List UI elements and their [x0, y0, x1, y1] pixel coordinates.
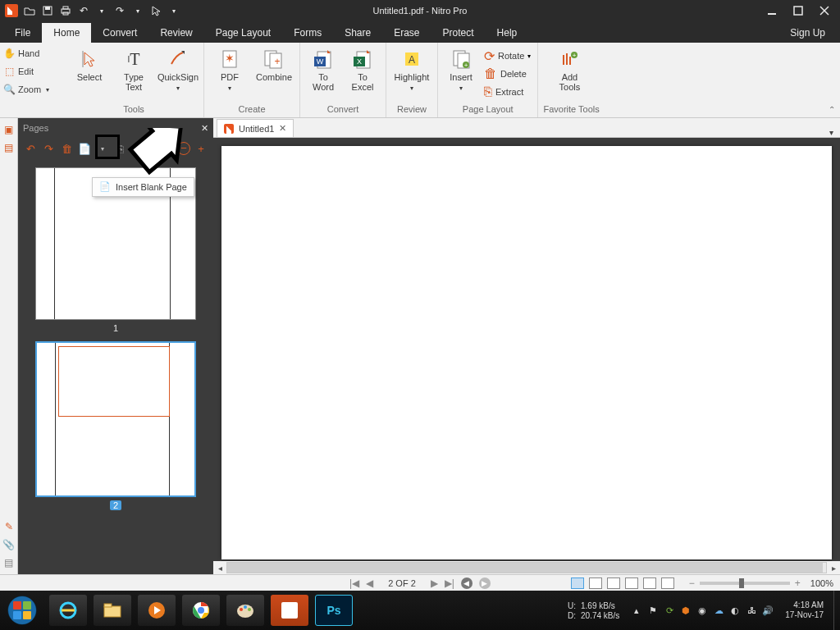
show-desktop-button[interactable]	[833, 591, 840, 630]
delete-page-icon[interactable]: 🗑	[59, 141, 74, 156]
tray-flag-icon[interactable]: ⚑	[647, 605, 659, 616]
redo-menu-icon[interactable]: ▾	[131, 4, 144, 17]
attach-rail-icon[interactable]: 📎	[2, 538, 16, 551]
view-facing-cont-icon[interactable]	[625, 578, 638, 589]
doc-tab-close[interactable]: ✕	[279, 123, 286, 134]
nav-back-icon[interactable]: ◀	[461, 578, 472, 589]
chrome-icon[interactable]	[182, 595, 220, 626]
tray-cloud-icon[interactable]: ☁	[713, 605, 724, 616]
sign-rail-icon[interactable]: ✎	[2, 520, 16, 533]
zoom-tool[interactable]: 🔍Zoom▾	[3, 82, 61, 97]
zoom-out-thumbs-icon[interactable]: −	[177, 142, 190, 155]
view-single-icon[interactable]	[571, 578, 584, 589]
tab-help[interactable]: Help	[486, 23, 529, 43]
insert-button[interactable]: +Insert▾	[443, 44, 479, 94]
pages-rail-icon[interactable]: ▣	[2, 123, 16, 136]
tab-protect[interactable]: Protect	[431, 23, 486, 43]
mediaplayer-icon[interactable]	[138, 595, 176, 626]
to-excel-button[interactable]: XTo Excel	[345, 44, 381, 92]
insert-page-icon[interactable]: 📄	[77, 141, 92, 156]
document-viewport[interactable]	[213, 138, 840, 561]
tray-chrome-icon[interactable]: ◐	[729, 605, 741, 616]
tab-signup[interactable]: Sign Up	[778, 23, 837, 43]
tab-erase[interactable]: Erase	[382, 23, 431, 43]
view-continuous-icon[interactable]	[589, 578, 602, 589]
tray-overflow-icon[interactable]: ▴	[631, 605, 642, 616]
photoshop-icon[interactable]: Ps	[315, 595, 353, 626]
tray-volume-icon[interactable]: 🔊	[762, 605, 774, 616]
tab-file[interactable]: File	[3, 23, 42, 43]
save-icon[interactable]	[41, 4, 54, 17]
to-word-button[interactable]: WTo Word	[305, 44, 341, 92]
nav-forward-icon[interactable]: ▶	[479, 578, 491, 589]
list-rail-icon[interactable]: ▤	[2, 556, 16, 569]
add-tools-button[interactable]: +Add Tools	[543, 44, 596, 92]
print-icon[interactable]	[59, 4, 72, 17]
window-title: Untitled1.pdf - Nitro Pro	[373, 6, 468, 16]
combine-icon: +	[262, 48, 285, 71]
close-button[interactable]	[819, 5, 830, 16]
network-stats: U:1.69 kB/s D:20.74 kB/s	[561, 601, 626, 620]
tab-convert[interactable]: Convert	[91, 23, 148, 43]
scroll-left-icon[interactable]: ◂	[213, 564, 226, 573]
tab-home[interactable]: Home	[42, 23, 91, 43]
tray-disc-icon[interactable]: ◉	[696, 605, 708, 616]
zoom-out-icon[interactable]: −	[689, 578, 695, 589]
tray-shield-icon[interactable]: ⬢	[680, 605, 692, 616]
highlight-button[interactable]: AHighlight▾	[391, 44, 432, 94]
combine-button[interactable]: +Combine	[253, 44, 294, 82]
first-page-icon[interactable]: |◀	[349, 578, 359, 589]
edit-tool[interactable]: ⬚Edit	[3, 64, 61, 79]
bookmarks-rail-icon[interactable]: ▤	[2, 141, 16, 154]
scroll-right-icon[interactable]: ▸	[827, 564, 840, 573]
document-tab[interactable]: Untitled1 ✕	[217, 119, 294, 137]
maximize-button[interactable]	[792, 5, 804, 16]
page-thumbnail-2[interactable]	[35, 341, 196, 497]
pages-panel-close[interactable]: ✕	[201, 123, 208, 134]
zoom-in-icon[interactable]: +	[795, 578, 801, 589]
collapse-ribbon-icon[interactable]: ⌃	[829, 105, 835, 114]
extract-page-icon[interactable]: ⎘	[113, 141, 128, 156]
horizontal-scrollbar[interactable]: ◂ ▸	[213, 561, 840, 574]
quicksign-button[interactable]: QuickSign▾	[158, 44, 199, 94]
last-page-icon[interactable]: ▶|	[445, 578, 454, 589]
insert-page-menu-icon[interactable]: ▾	[95, 141, 110, 156]
redo-icon[interactable]: ↷	[113, 4, 126, 17]
titlebar: ↶ ▾ ↷ ▾ ▾ Untitled1.pdf - Nitro Pro	[0, 0, 840, 21]
tray-network-icon[interactable]: 🖧	[746, 605, 757, 616]
cursor-icon[interactable]	[149, 4, 162, 17]
tab-share[interactable]: Share	[333, 23, 382, 43]
next-page-icon[interactable]: ▶	[431, 578, 438, 589]
tab-review[interactable]: Review	[148, 23, 203, 43]
view-facing-icon[interactable]	[607, 578, 620, 589]
cursor-menu-icon[interactable]: ▾	[167, 4, 180, 17]
nitro-taskbar-icon[interactable]	[271, 595, 308, 626]
type-text-button[interactable]: ITType Text	[113, 44, 154, 92]
open-icon[interactable]	[23, 4, 36, 17]
view-fit-page-icon[interactable]	[661, 578, 674, 589]
undo-menu-icon[interactable]: ▾	[95, 4, 108, 17]
undo-icon[interactable]: ↶	[77, 4, 90, 17]
paint-icon[interactable]	[226, 595, 264, 626]
rotate-cw-icon[interactable]: ↷	[41, 141, 56, 156]
minimize-button[interactable]	[766, 5, 778, 16]
zoom-in-thumbs-icon[interactable]: +	[194, 141, 208, 156]
rotate-button[interactable]: ⟳Rotate▾	[482, 48, 532, 64]
hand-tool[interactable]: ✋Hand	[3, 46, 61, 61]
start-button[interactable]	[0, 591, 44, 630]
zoom-slider[interactable]	[700, 582, 790, 585]
ie-icon[interactable]	[49, 595, 87, 626]
tab-page-layout[interactable]: Page Layout	[204, 23, 282, 43]
rotate-ccw-icon[interactable]: ↶	[23, 141, 38, 156]
tray-clock[interactable]: 4:18 AM 17-Nov-17	[778, 600, 830, 620]
delete-button[interactable]: 🗑Delete	[482, 66, 532, 82]
view-fit-width-icon[interactable]	[643, 578, 656, 589]
tray-sync-icon[interactable]: ⟳	[664, 605, 675, 616]
explorer-icon[interactable]	[94, 595, 131, 626]
prev-page-icon[interactable]: ◀	[366, 578, 373, 589]
extract-button[interactable]: ⎘Extract	[482, 84, 532, 100]
doc-tabs-menu[interactable]: ▾	[823, 128, 840, 137]
tab-forms[interactable]: Forms	[282, 23, 333, 43]
select-button[interactable]: Select	[69, 44, 110, 82]
pdf-button[interactable]: ✶PDF▾	[209, 44, 250, 94]
